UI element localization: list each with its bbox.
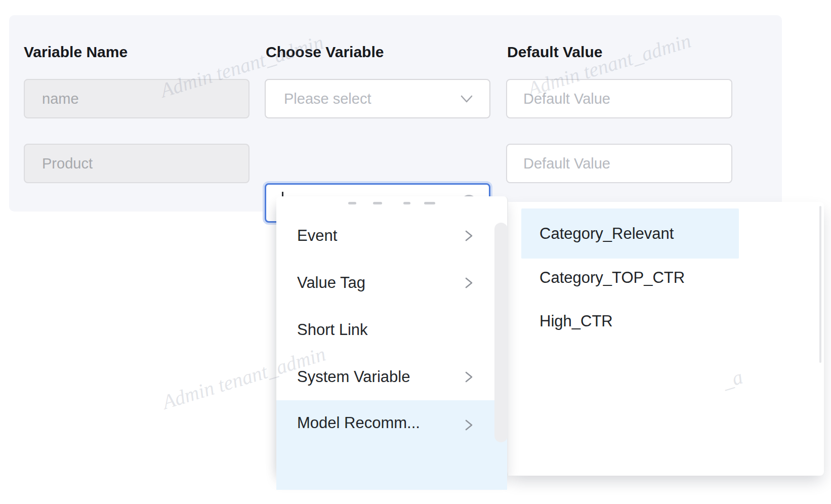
column-header-variable-name: Variable Name — [24, 44, 128, 61]
clipped-item-fragment — [424, 202, 435, 204]
clipped-item-fragment — [373, 202, 382, 204]
cascader-menu-left: Event Value Tag Short Link System Variab… — [276, 196, 508, 476]
cascader-option-category-relevant[interactable]: Category_Relevant — [521, 208, 739, 259]
variable-name-input-row1[interactable]: name — [24, 79, 250, 118]
cascader-option-label: High_CTR — [539, 312, 613, 330]
default-value-input-row2[interactable] — [506, 144, 732, 183]
clipped-item-fragment — [403, 202, 410, 204]
cascader-item-label: Short Link — [297, 321, 368, 339]
column-header-choose-variable: Choose Variable — [266, 44, 384, 61]
chevron-right-icon — [463, 229, 475, 243]
cascader-item-label: Model Recomm... — [297, 414, 420, 432]
cascader-item-label: System Variable — [297, 368, 410, 386]
cascader-option-label: Category_Relevant — [539, 225, 674, 243]
variable-name-value-row2: Product — [25, 155, 93, 172]
chevron-right-icon — [463, 370, 475, 384]
cascader-menu-right: Category_Relevant Category_TOP_CTR High_… — [508, 202, 824, 476]
cascader-option-label: Category_TOP_CTR — [539, 269, 685, 287]
cascader-item-label: Event — [297, 227, 337, 245]
cascader-option-high-ctr[interactable]: High_CTR — [521, 302, 739, 341]
scrollbar-thumb[interactable] — [819, 206, 821, 363]
variable-name-value-row1: name — [25, 91, 79, 107]
clipped-item-fragment — [348, 202, 356, 204]
chevron-right-icon — [463, 418, 475, 432]
cascader-item-event[interactable]: Event — [276, 212, 507, 259]
chevron-right-icon — [463, 276, 475, 290]
cascader-item-system-variable[interactable]: System Variable — [276, 353, 507, 400]
chevron-down-icon — [459, 91, 474, 106]
scrollbar-thumb[interactable] — [494, 223, 508, 442]
cascader-item-short-link[interactable]: Short Link — [276, 306, 507, 353]
variable-name-input-row2[interactable]: Product — [24, 144, 250, 183]
cascader-item-model-recommend[interactable]: Model Recomm... — [276, 400, 507, 490]
cascader-option-category-top-ctr[interactable]: Category_TOP_CTR — [521, 259, 739, 297]
page: Variable Name Choose Variable Default Va… — [0, 0, 831, 504]
column-header-default-value: Default Value — [507, 44, 602, 61]
cascader-item-label: Value Tag — [297, 274, 365, 292]
cascader-item-value-tag[interactable]: Value Tag — [276, 259, 507, 306]
choose-variable-select-row1[interactable]: Please select — [265, 79, 490, 118]
choose-variable-placeholder-row1: Please select — [266, 91, 371, 107]
default-value-input-row1[interactable] — [506, 79, 732, 118]
